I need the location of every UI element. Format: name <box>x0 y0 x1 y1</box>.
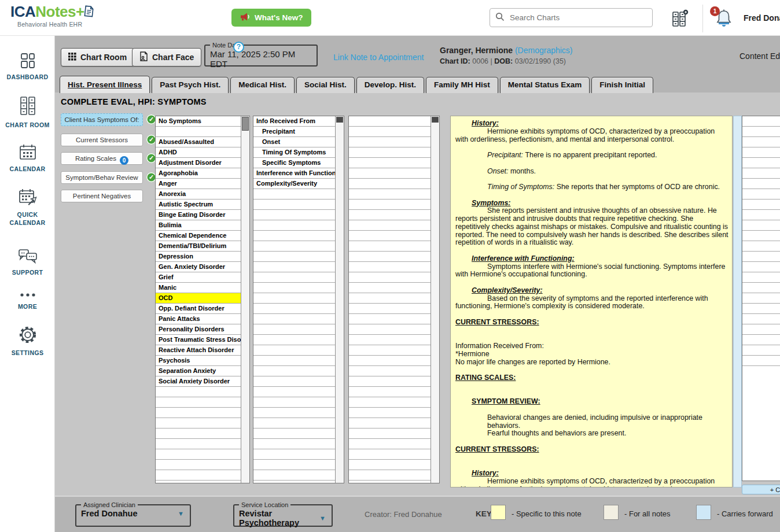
list-item-panic-attacks[interactable]: Panic Attacks <box>156 314 241 324</box>
list-item-empty <box>253 335 335 345</box>
chart-face-button[interactable]: Chart Face <box>132 48 201 66</box>
detail-scrollbar[interactable] <box>335 116 344 483</box>
list-item-abused-assaulted[interactable]: Abused/Assaulted <box>156 137 241 147</box>
tab-finish-initial[interactable]: Finish Initial <box>591 77 653 93</box>
tab-mental-status-exam[interactable]: Mental Status Exam <box>500 77 590 93</box>
tab-social-hist-[interactable]: Social Hist. <box>296 77 355 93</box>
note-line: She reports persistent and intrusive tho… <box>455 207 729 247</box>
content-editor-label[interactable]: Content Editor <box>739 51 780 61</box>
note-preview[interactable]: History:Hermione exhibits symptoms of OC… <box>450 116 733 487</box>
whats-new-button[interactable]: What's New? <box>231 9 311 27</box>
third-scrollbar[interactable] <box>431 116 439 483</box>
note-blank-line <box>455 327 729 335</box>
key-label: KEY <box>476 509 492 518</box>
list-item-ocd[interactable]: OCD <box>156 293 241 304</box>
nav-button-rating-scales[interactable]: Rating Scales0 <box>61 152 143 165</box>
list-item-social-anxiety-disorder[interactable]: Social Anxiety Disorder <box>156 376 241 387</box>
create-button[interactable]: + Create <box>742 485 780 494</box>
list-item-dementia-tbi-delirium[interactable]: Dementia/TBI/Delirium <box>156 241 241 252</box>
search-input[interactable] <box>509 13 647 23</box>
note-blank-line <box>455 382 729 390</box>
chart-room-button[interactable]: Chart Room <box>61 48 134 66</box>
list-item-interference-with-functioning[interactable]: Interference with Functioning <box>253 168 335 179</box>
notifications-bell[interactable]: 1 <box>713 8 734 29</box>
note-date-field[interactable]: Note Date ? Mar 11, 2025 2:50 PM EDT <box>204 42 318 66</box>
link-note-to-appointment-link[interactable]: Link Note to Appointment <box>333 53 424 62</box>
nav-button-symptom-behav-review[interactable]: Symptom/Behav Review <box>61 171 143 184</box>
list-item-agoraphobia[interactable]: Agoraphobia <box>156 168 241 179</box>
list-item-depression[interactable]: Depression <box>156 252 241 262</box>
list-item-empty <box>253 366 335 376</box>
note-blank-line <box>455 279 729 287</box>
chart-cabinet-icon[interactable] <box>669 9 689 30</box>
list-item-adjustment-disorder[interactable]: Adjustment Disorder <box>156 158 241 168</box>
nav-button-pertinent-negatives[interactable]: Pertinent Negatives <box>61 190 143 202</box>
list-item-empty <box>349 460 431 470</box>
list-item-empty <box>253 397 335 408</box>
note-line: Complexity/Severity: <box>472 287 729 295</box>
list-item-no-symptoms[interactable]: No Symptoms <box>156 116 241 127</box>
list-item-manic[interactable]: Manic <box>156 283 241 293</box>
dashboard-icon <box>0 52 55 72</box>
list-item-empty <box>349 439 431 449</box>
list-item-personality-disorders[interactable]: Personality Disorders <box>156 324 241 335</box>
sidebar-item-quick-calendar[interactable]: QUICK CALENDAR <box>0 187 55 227</box>
list-item-binge-eating-disorder[interactable]: Binge Eating Disorder <box>156 210 241 220</box>
list-item-adhd[interactable]: ADHD <box>156 147 241 158</box>
assigned-clinician-dropdown[interactable]: Assigned Clinician Fred Donahue ▼ <box>75 501 191 527</box>
list-item-opp-defiant-disorder[interactable]: Opp. Defiant Disorder <box>156 304 241 314</box>
list-item-specific-symptoms[interactable]: Specific Symptoms <box>253 158 335 168</box>
list-item-bulimia[interactable]: Bulimia <box>156 220 241 231</box>
tab-hist-present-illness[interactable]: Hist. Present Illness <box>60 76 150 93</box>
note-line: Onset: months. <box>455 168 729 176</box>
document-icon <box>82 5 95 21</box>
user-name[interactable]: Fred Donahue <box>744 13 780 23</box>
tab-family-mh-hist[interactable]: Family MH Hist <box>426 77 498 93</box>
bell-icon <box>713 21 734 31</box>
list-item-empty <box>253 262 335 272</box>
tab-past-psych-hist-[interactable]: Past Psych Hist. <box>152 77 229 93</box>
list-item-empty <box>742 252 780 262</box>
list-item-psychosis[interactable]: Psychosis <box>156 356 241 366</box>
key-item-label: - Specific to this note <box>512 509 582 518</box>
list-item-complexity-severity[interactable]: Complexity/Severity <box>253 179 335 189</box>
note-line: Based on the severity of symptoms and th… <box>455 295 729 311</box>
list-item-separation-anxiety[interactable]: Separation Anxiety <box>156 366 241 376</box>
list-item-grief[interactable]: Grief <box>156 272 241 283</box>
list-item-anger[interactable]: Anger <box>156 179 241 189</box>
sidebar-item-dashboard[interactable]: DASHBOARD <box>0 52 55 82</box>
demographics-link[interactable]: (Demographics) <box>515 46 573 55</box>
sidebar-item-chart-room[interactable]: CHART ROOM <box>0 95 55 130</box>
list-item-info-received-from[interactable]: Info Received From <box>253 116 335 127</box>
sidebar-item-settings[interactable]: SETTINGS <box>0 324 55 357</box>
logo-text-ica: ICA <box>10 3 35 20</box>
list-item-empty <box>156 428 241 439</box>
symptom-scrollbar[interactable] <box>241 116 249 483</box>
tab-medical-hist-[interactable]: Medical Hist. <box>230 77 295 93</box>
list-item-empty <box>742 147 780 158</box>
app-logo: ICANotes+ Behavioral Health EHR <box>10 4 94 28</box>
help-icon[interactable]: ? <box>233 42 244 53</box>
note-line: *Hermione <box>455 350 729 359</box>
nav-button-client-has-symptoms-of[interactable]: Client Has Symptoms Of: <box>61 113 143 126</box>
list-item-empty <box>253 314 335 324</box>
list-item-post-traumatic-stress-disorder[interactable]: Post Traumatic Stress Disorder <box>156 335 241 345</box>
nav-button-current-stressors[interactable]: Current Stressors <box>61 134 143 146</box>
service-location-dropdown[interactable]: Service Location Revistar Psychotherapy … <box>233 501 333 527</box>
list-item-reactive-attach-disorder[interactable]: Reactive Attach Disorder <box>156 345 241 356</box>
list-item-onset[interactable]: Onset <box>253 137 335 147</box>
note-blank-line <box>455 461 729 470</box>
list-item-autistic-spectrum[interactable]: Autistic Spectrum <box>156 200 241 210</box>
list-item-gen-anxiety-disorder[interactable]: Gen. Anxiety Disorder <box>156 262 241 272</box>
list-item-chemical-dependence[interactable]: Chemical Dependence <box>156 231 241 241</box>
list-item-precipitant[interactable]: Precipitant <box>253 127 335 137</box>
tab-develop-hist-[interactable]: Develop. Hist. <box>356 77 424 93</box>
sidebar-item-calendar[interactable]: CALENDAR <box>0 143 55 173</box>
list-item-empty <box>253 304 335 314</box>
sidebar-item-support[interactable]: SUPPORT <box>0 247 55 277</box>
sidebar-item-more[interactable]: MORE <box>0 291 55 311</box>
list-item-timing-of-symptoms[interactable]: Timing Of Symptoms <box>253 147 335 158</box>
list-item-anorexia[interactable]: Anorexia <box>156 189 241 200</box>
list-item-empty <box>349 345 431 356</box>
note-line: Hermione exhibits symptoms of OCD, chara… <box>455 478 729 487</box>
